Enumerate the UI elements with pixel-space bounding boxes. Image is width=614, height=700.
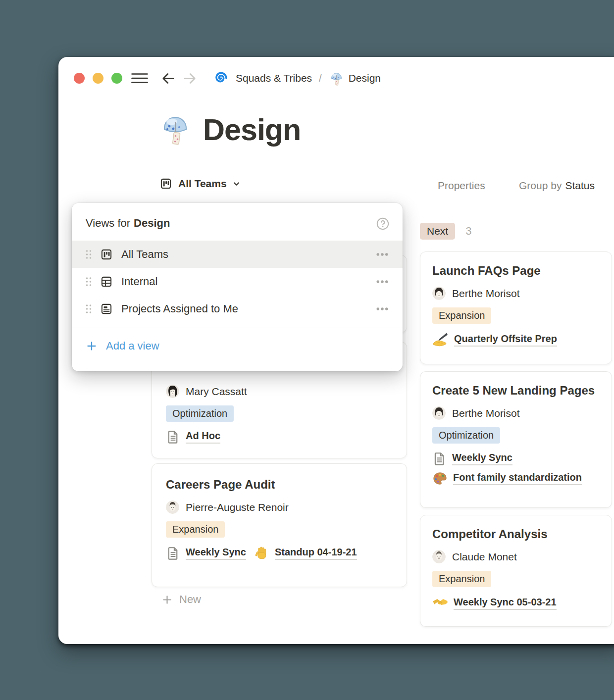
- card-person: Pierre-Auguste Renoir: [166, 500, 393, 514]
- card-person: Claude Monet: [432, 550, 600, 563]
- desktop-background: Squads & Tribes / Design Design All Team…: [0, 0, 614, 700]
- wind-chime-icon-large[interactable]: [159, 113, 191, 145]
- workspace-logo: [212, 70, 228, 86]
- tag-expansion: Expansion: [166, 521, 225, 538]
- top-navigation: Squads & Tribes / Design: [131, 70, 381, 86]
- help-button[interactable]: [376, 217, 390, 231]
- board-view-icon: [159, 177, 172, 190]
- view-selector[interactable]: All Teams: [159, 177, 240, 190]
- avatar-berthe-morisot: [432, 287, 446, 300]
- page-link[interactable]: Ad Hoc: [166, 430, 220, 444]
- page-link[interactable]: Font family standardization: [432, 471, 582, 486]
- view-row-internal[interactable]: Internal: [72, 268, 403, 295]
- list-view-icon: [100, 302, 113, 315]
- card-title: Launch FAQs Page: [432, 264, 600, 278]
- palette-icon: [432, 471, 448, 486]
- handshake-icon: [432, 595, 448, 611]
- spiral-logo-icon: [212, 70, 228, 86]
- page-link-label: Standup 04-19-21: [275, 547, 357, 560]
- drag-handle-icon[interactable]: [85, 276, 93, 288]
- add-card-button[interactable]: New: [152, 593, 407, 606]
- view-row-label: Internal: [121, 275, 375, 288]
- avatar-mary-cassatt: [166, 385, 179, 398]
- page-link[interactable]: Weekly Sync: [432, 451, 512, 466]
- card-competitor-analysis[interactable]: Competitor Analysis Claude Monet Expansi…: [420, 515, 612, 627]
- card-careers-page-audit[interactable]: Careers Page Audit Pierre-Auguste Renoir…: [152, 463, 407, 587]
- page-link-label: Font family standardization: [453, 472, 582, 485]
- card-launch-faqs-page[interactable]: Launch FAQs Page Berthe Morisot Expansio…: [420, 251, 612, 364]
- add-card-label: New: [179, 593, 201, 606]
- board-view-icon: [100, 248, 113, 261]
- group-status-badge[interactable]: Next: [420, 223, 455, 240]
- tag-optimization: Optimization: [432, 427, 500, 444]
- plus-icon: [161, 594, 173, 605]
- page-title[interactable]: Design: [203, 115, 301, 145]
- group-by-button[interactable]: Group byStatus: [519, 180, 595, 192]
- more-options-icon[interactable]: [375, 274, 390, 289]
- properties-button[interactable]: Properties: [438, 180, 485, 192]
- avatar-berthe-morisot: [432, 406, 446, 420]
- page-heading: Design: [159, 113, 301, 145]
- person-name: Pierre-Auguste Renoir: [186, 501, 289, 513]
- chevron-down-icon: [233, 180, 240, 188]
- help-icon: [376, 217, 390, 231]
- page-link[interactable]: Weekly Sync 05-03-21: [432, 595, 557, 611]
- add-view-button[interactable]: Add a view: [72, 328, 403, 364]
- page-icon: [166, 430, 180, 444]
- person-name: Berthe Morisot: [452, 288, 520, 300]
- app-window: Squads & Tribes / Design Design All Team…: [58, 57, 614, 644]
- hamburger-icon: [131, 72, 148, 84]
- close-window-button[interactable]: [74, 73, 85, 84]
- view-row-label: Projects Assigned to Me: [121, 302, 375, 315]
- page-icon: [166, 546, 180, 560]
- minimize-window-button[interactable]: [93, 73, 103, 84]
- card-title: Competitor Analysis: [432, 527, 600, 541]
- views-popup-heading-subject: Design: [134, 217, 170, 230]
- breadcrumb-page[interactable]: Design: [349, 72, 381, 84]
- more-options-icon[interactable]: [375, 247, 390, 262]
- view-row-projects-assigned-to-me[interactable]: Projects Assigned to Me: [72, 295, 403, 322]
- page-link[interactable]: Quarterly Offsite Prep: [432, 332, 557, 348]
- forward-button[interactable]: [183, 71, 197, 86]
- views-popup: Views for Design All Teams Internal: [72, 203, 403, 371]
- page-link-label: Ad Hoc: [186, 430, 220, 444]
- page-link[interactable]: Weekly Sync: [166, 546, 246, 560]
- group-by-label: Group by: [519, 180, 562, 191]
- page-link-label: Quarterly Offsite Prep: [454, 333, 557, 347]
- breadcrumb-separator: /: [319, 73, 322, 84]
- breadcrumb-workspace[interactable]: Squads & Tribes: [236, 72, 312, 84]
- back-button[interactable]: [161, 71, 175, 86]
- page-icon: [432, 451, 447, 466]
- view-selector-label: All Teams: [178, 178, 227, 190]
- tag-expansion: Expansion: [432, 571, 491, 587]
- page-link[interactable]: Standup 04-19-21: [254, 546, 357, 561]
- sidebar-toggle-button[interactable]: [131, 72, 148, 84]
- card-person: Berthe Morisot: [432, 287, 600, 300]
- tag-expansion: Expansion: [432, 307, 491, 324]
- view-row-all-teams[interactable]: All Teams: [72, 241, 403, 268]
- wind-chime-icon-small: [329, 71, 344, 86]
- drag-handle-icon[interactable]: [85, 303, 93, 315]
- more-options-icon[interactable]: [375, 301, 390, 316]
- view-row-label: All Teams: [121, 248, 375, 261]
- card-title: Careers Page Audit: [166, 478, 393, 492]
- table-view-icon: [100, 275, 113, 288]
- card-person: Berthe Morisot: [432, 406, 600, 420]
- page-link-label: Weekly Sync: [452, 452, 512, 465]
- avatar-pierre-auguste-renoir: [166, 500, 179, 514]
- plus-icon: [86, 340, 98, 352]
- tag-optimization: Optimization: [166, 405, 234, 422]
- zoom-window-button[interactable]: [111, 73, 122, 84]
- person-name: Berthe Morisot: [452, 407, 520, 419]
- group-count: 3: [465, 225, 471, 238]
- views-list: All Teams Internal Projects Assigned to …: [72, 241, 403, 322]
- group-header: Next 3: [420, 223, 612, 240]
- views-popup-heading: Views for Design: [72, 203, 403, 230]
- person-name: Mary Cassatt: [186, 386, 247, 398]
- group-by-value: Status: [565, 180, 595, 191]
- card-create-5-new-landing-pages[interactable]: Create 5 New Landing Pages Berthe Moriso…: [420, 371, 612, 508]
- page-link-label: Weekly Sync 05-03-21: [454, 597, 557, 610]
- arrow-left-icon: [161, 71, 175, 86]
- drag-handle-icon[interactable]: [85, 249, 93, 260]
- card-person: Mary Cassatt: [166, 385, 393, 398]
